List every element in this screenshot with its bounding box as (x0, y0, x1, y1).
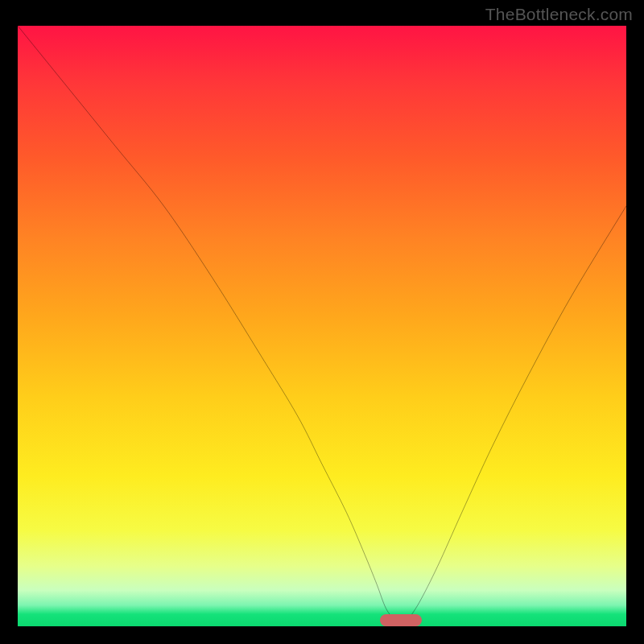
chart-frame: TheBottleneck.com (0, 0, 644, 644)
watermark-text: TheBottleneck.com (485, 5, 633, 24)
plot-area (18, 26, 626, 626)
curve-path (18, 26, 626, 625)
optimum-marker (380, 614, 422, 626)
bottleneck-curve (18, 26, 626, 626)
